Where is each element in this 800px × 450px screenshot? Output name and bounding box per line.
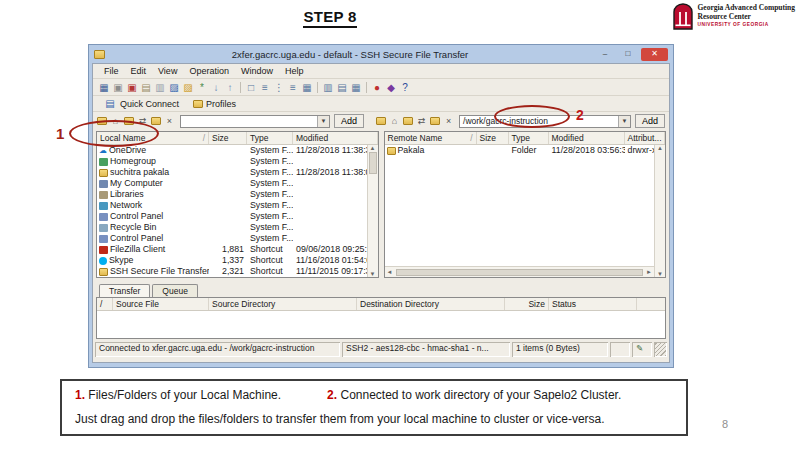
window-titlebar[interactable]: 2xfer.gacrc.uga.edu - default - SSH Secu… — [92, 45, 670, 63]
quick-connect-button[interactable]: ▤ Quick Connect — [97, 97, 185, 111]
keys-icon[interactable]: * — [195, 81, 209, 94]
home-folder-icon[interactable]: ⌂ — [388, 116, 401, 126]
column-header-type[interactable]: Type — [247, 132, 293, 144]
paste-icon[interactable]: ▥ — [153, 81, 167, 94]
transfer-column-status[interactable]: Status — [549, 298, 637, 310]
encryption-icon[interactable]: ◆ — [384, 81, 398, 94]
scroll-down-icon[interactable]: ▼ — [368, 271, 378, 277]
remote-path-buttons: ⌂⇄× — [376, 116, 455, 126]
file-row[interactable]: ☁OneDriveSystem F...11/28/2018 11:38:3..… — [97, 145, 378, 156]
file-row[interactable]: HomegroupSystem F... — [97, 156, 378, 167]
caption-num-2: 2. — [327, 388, 337, 402]
connect-folder-icon[interactable]: ▨ — [167, 81, 181, 94]
scroll-up-icon[interactable]: ▲ — [368, 145, 378, 151]
folder-up-icon[interactable] — [376, 117, 386, 125]
file-row[interactable]: FileZilla Client1,881Shortcut09/06/2018 … — [97, 244, 378, 255]
open-folder-icon[interactable] — [403, 117, 413, 125]
control-panel-icon — [99, 235, 108, 243]
sort-icon[interactable]: ≡ — [258, 81, 272, 94]
remote-add-button[interactable]: Add — [635, 114, 665, 128]
save-icon[interactable]: ▦ — [97, 81, 111, 94]
tab-transfer[interactable]: Transfer — [99, 284, 150, 297]
file-size — [209, 145, 247, 156]
remote-horizontal-scrollbar[interactable]: ◄ ► — [385, 266, 655, 277]
file-row[interactable]: SSH Secure File Transfer C...2,321Shortc… — [97, 266, 378, 277]
tree-view-icon[interactable]: ⋮ — [272, 81, 286, 94]
recycle-bin-icon — [99, 224, 108, 232]
transfer-column-size[interactable]: Size — [505, 298, 549, 310]
menu-help[interactable]: Help — [279, 65, 310, 77]
file-row[interactable]: Control PanelSystem F... — [97, 211, 378, 222]
column-header-size[interactable]: Size — [477, 132, 509, 144]
file-modified: 11/28/2018 03:56:3... — [549, 145, 625, 156]
local-path-dropdown-icon[interactable]: ▼ — [317, 116, 329, 127]
menu-edit[interactable]: Edit — [125, 65, 153, 77]
column-header-size[interactable]: Size — [209, 132, 247, 144]
scroll-left-icon[interactable]: ◄ — [385, 269, 395, 275]
menu-operation[interactable]: Operation — [183, 65, 235, 77]
maximize-button[interactable]: □ — [618, 48, 638, 61]
details-view-icon[interactable]: ▦ — [300, 81, 314, 94]
tab-queue[interactable]: Queue — [152, 284, 198, 297]
layout-local-icon[interactable]: ▥ — [321, 81, 335, 94]
resize-grip[interactable] — [654, 342, 667, 357]
file-row[interactable]: Recycle BinSystem F... — [97, 222, 378, 233]
transfer-column-destination-directory[interactable]: Destination Directory — [357, 298, 505, 310]
sort-column-header[interactable]: / — [97, 298, 113, 310]
remote-vertical-scrollbar[interactable]: ▲ ▼ — [654, 145, 665, 277]
column-header-type[interactable]: Type — [509, 132, 549, 144]
file-row[interactable]: My ComputerSystem F... — [97, 178, 378, 189]
profiles-button[interactable]: Profiles — [187, 97, 242, 111]
layout-both-icon[interactable]: ▦ — [349, 81, 363, 94]
sort-indicator: / — [203, 133, 205, 143]
transfer-column-speed[interactable]: Speed — [637, 298, 666, 310]
quick-connect-icon: ▤ — [103, 97, 117, 110]
local-path-combobox[interactable]: ▼ — [180, 115, 330, 128]
file-row[interactable]: Skype1,337Shortcut11/16/2018 01:54:0... — [97, 255, 378, 266]
delete-icon[interactable]: × — [163, 116, 176, 126]
file-modified — [293, 200, 378, 211]
copy-icon[interactable]: ▤ — [139, 81, 153, 94]
local-vertical-scrollbar[interactable]: ▲ ▼ — [367, 145, 378, 277]
minimize-button[interactable]: – — [595, 48, 615, 61]
file-row[interactable]: suchitra pakalaSystem F...11/28/2018 11:… — [97, 167, 378, 178]
transfer-tabs: TransferQueue — [93, 282, 669, 297]
remote-path-dropdown-icon[interactable]: ▼ — [618, 116, 630, 127]
scroll-down-icon[interactable]: ▼ — [655, 271, 665, 277]
transfer-column-source-file[interactable]: Source File — [113, 298, 209, 310]
new-folder-icon[interactable] — [151, 117, 161, 125]
window-view-icon[interactable]: □ — [244, 81, 258, 94]
download-icon[interactable]: ↓ — [209, 81, 223, 94]
file-row[interactable]: NetworkSystem F... — [97, 200, 378, 211]
column-header-attribut-[interactable]: Attribut... — [625, 132, 666, 144]
upload-icon[interactable]: ↑ — [223, 81, 237, 94]
column-header-remote-name[interactable]: Remote Name/ — [385, 132, 477, 144]
file-row[interactable]: PakalaFolder11/28/2018 03:56:3...drwxr-x — [385, 145, 666, 156]
close-button[interactable]: ✕ — [641, 48, 668, 61]
file-modified — [293, 222, 378, 233]
transfer-column-source-directory[interactable]: Source Directory — [209, 298, 357, 310]
list-view-icon[interactable]: ≡ — [286, 81, 300, 94]
abort-icon[interactable]: ● — [370, 81, 384, 94]
file-type: Shortcut — [247, 266, 293, 277]
menu-window[interactable]: Window — [235, 65, 279, 77]
open-remote-folder-icon[interactable]: ▨ — [181, 81, 195, 94]
context-help-icon[interactable]: ? — [398, 81, 412, 94]
delete-icon[interactable]: × — [442, 116, 455, 126]
scrollbar-thumb[interactable] — [396, 269, 644, 276]
file-row[interactable]: Control PanelSystem F... — [97, 233, 378, 244]
file-row[interactable]: LibrariesSystem F... — [97, 189, 378, 200]
file-size: 1,881 — [209, 244, 247, 255]
scrollbar-thumb[interactable] — [369, 152, 377, 174]
new-folder-icon[interactable] — [430, 117, 440, 125]
print-icon[interactable]: ▣ — [111, 81, 125, 94]
menu-view[interactable]: View — [152, 65, 183, 77]
print-cancel-icon[interactable]: ▣ — [125, 81, 139, 94]
column-header-modified[interactable]: Modified — [549, 132, 625, 144]
refresh-icon[interactable]: ⇄ — [415, 116, 428, 126]
menu-file[interactable]: File — [98, 65, 125, 77]
scroll-right-icon[interactable]: ► — [644, 269, 654, 275]
local-add-button[interactable]: Add — [334, 114, 364, 128]
layout-remote-icon[interactable]: ▤ — [335, 81, 349, 94]
column-header-modified[interactable]: Modified — [293, 132, 378, 144]
